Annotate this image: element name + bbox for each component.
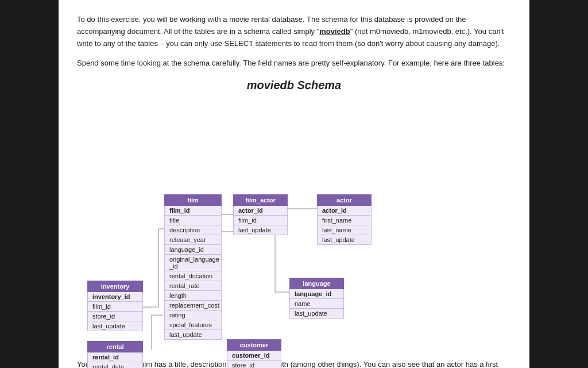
film-actor-row-film_id: film_id xyxy=(233,216,288,225)
actor-table-header: actor xyxy=(317,194,372,206)
film-row-original_language_id: original_language_id xyxy=(164,255,222,271)
film-actor-table-header: film_actor xyxy=(233,194,288,206)
film-row-description: description xyxy=(164,225,222,235)
film-row-rental_rate: rental_rate xyxy=(164,281,222,291)
film-actor-row-actor_id: actor_id xyxy=(233,206,288,216)
rental-table-header: rental xyxy=(87,341,143,352)
intro-paragraph2: Spend some time looking at the schema ca… xyxy=(77,57,511,70)
film-table-header: film xyxy=(164,194,222,206)
customer-row-store_id: store_id xyxy=(227,361,281,368)
schema-title: moviedb Schema xyxy=(77,79,511,92)
schema-title-text: moviedb Schema xyxy=(247,79,342,91)
intro-paragraph1: To do this exercise, you will be working… xyxy=(77,14,511,49)
inventory-table-header: inventory xyxy=(87,281,143,292)
inventory-row-inventory_id: inventory_id xyxy=(87,292,143,302)
actor-row-last_update: last_update xyxy=(317,235,372,245)
language-table-header: language xyxy=(289,278,344,289)
film-row-spcial_features: spcial_features xyxy=(164,320,222,330)
inventory-row-store_id: store_id xyxy=(87,312,143,321)
inventory-row-last_update: last_update xyxy=(87,321,143,331)
actor-row-actor_id: actor_id xyxy=(317,206,372,216)
actor-row-last_name: last_name xyxy=(317,225,372,235)
language-table: language language_id name last_update xyxy=(289,278,344,319)
language-row-language_id: language_id xyxy=(289,289,344,299)
rental-table: rental rental_id rental_date inventory_i… xyxy=(87,341,143,368)
film-row-release_year: release_year xyxy=(164,235,222,245)
film-row-language_id: language_id xyxy=(164,245,222,255)
customer-row-customer_id: customer_id xyxy=(227,351,281,361)
language-row-name: name xyxy=(289,299,344,309)
customer-table-header: customer xyxy=(227,339,281,351)
film-row-replacement_cost: replacement_cost xyxy=(164,301,222,310)
film-actor-row-last_update: last_update xyxy=(233,225,288,235)
schema-diagram: film film_id title description release_y… xyxy=(77,102,511,350)
film-row-rating: rating xyxy=(164,310,222,320)
language-row-last_update: last_update xyxy=(289,309,344,319)
rental-row-rental_id: rental_id xyxy=(87,352,143,362)
inventory-row-film_id: film_id xyxy=(87,302,143,312)
film-row-length: length xyxy=(164,291,222,301)
schema-section: moviedb Schema xyxy=(77,79,511,350)
film-row-film_id: film_id xyxy=(164,206,222,216)
film-row-rental_ducation: rental_ducation xyxy=(164,271,222,281)
rental-row-rental_date: rental_date xyxy=(87,362,143,368)
actor-table: actor actor_id first_name last_name last… xyxy=(317,194,372,245)
inventory-table: inventory inventory_id film_id store_id … xyxy=(87,281,143,331)
customer-table: customer customer_id store_id first_name… xyxy=(227,339,281,368)
film-actor-table: film_actor actor_id film_id last_update xyxy=(233,194,288,235)
film-table: film film_id title description release_y… xyxy=(164,194,222,340)
page-container: To do this exercise, you will be working… xyxy=(59,0,529,368)
film-row-title: title xyxy=(164,216,222,225)
actor-row-first_name: first_name xyxy=(317,216,372,225)
film-row-last_update: last_update xyxy=(164,330,222,340)
